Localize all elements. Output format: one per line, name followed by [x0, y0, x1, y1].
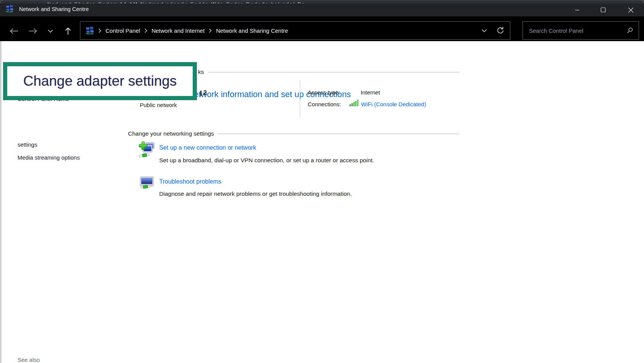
search-input[interactable]: [528, 27, 623, 34]
section-separator-line: [218, 134, 459, 134]
access-type-value: Internet: [361, 89, 380, 96]
access-type-label: Access type:: [308, 89, 340, 96]
breadcrumb-chevron-icon[interactable]: [144, 28, 147, 33]
refresh-icon[interactable]: [496, 26, 505, 35]
network-sharing-centre-window: Ned and Shedro Cedew 14 AM Nedwod adapde…: [0, 0, 644, 363]
active-networks-section-header: ks: [198, 69, 459, 75]
sidebar-item-advanced-sharing-settings-fragment[interactable]: settings: [18, 141, 37, 148]
see-also-heading: See also: [18, 357, 40, 363]
network-type-label: Public network: [140, 102, 177, 108]
network-name-fragment: 2: [203, 90, 207, 96]
title-bar: Network and Sharing Centre: [0, 3, 644, 16]
recent-pages-chevron-icon[interactable]: [48, 29, 53, 33]
setup-connection-icon: [138, 141, 155, 160]
wifi-connection-link[interactable]: WiFi (Console Dedicated): [361, 101, 426, 107]
network-app-icon: [6, 5, 14, 14]
address-dropdown-chevron-icon[interactable]: [481, 29, 487, 32]
connections-label: Connections:: [308, 101, 341, 107]
minimize-button[interactable]: [565, 3, 589, 16]
glitch-artifact: Ned and Shedro Cedew 14 AM Nedwod adapde…: [47, 0, 306, 3]
magnifier-callout-change-adapter-settings[interactable]: Change adapter settings: [3, 62, 197, 100]
networking-settings-label: Change your networking settings: [128, 130, 214, 137]
search-box[interactable]: [523, 21, 639, 40]
occluded-text-sliver: [200, 91, 201, 96]
callout-label[interactable]: Change adapter settings: [23, 73, 177, 89]
breadcrumb-network-and-sharing-centre[interactable]: Network and Sharing Centre: [216, 27, 288, 34]
maximize-button[interactable]: [591, 3, 615, 16]
breadcrumb-chevron-icon[interactable]: [98, 28, 101, 33]
setup-connection-description: Set up a broadband, dial-up or VPN conne…: [159, 157, 374, 164]
up-button[interactable]: [65, 27, 71, 35]
network-location-icon: [86, 27, 94, 34]
troubleshoot-description: Diagnose and repair network problems or …: [159, 190, 352, 197]
sidebar-item-media-streaming-options[interactable]: Media streaming options: [18, 154, 80, 161]
forward-button[interactable]: [28, 28, 38, 34]
window-title: Network and Sharing Centre: [19, 6, 89, 12]
network-details-divider: [300, 80, 300, 117]
section-separator-line: [208, 72, 460, 72]
close-button[interactable]: [617, 3, 644, 16]
breadcrumb-chevron-icon[interactable]: [209, 28, 212, 33]
networking-settings-section-header: Change your networking settings: [128, 130, 459, 137]
window-left-edge: [0, 41, 2, 363]
window-top-edge: Ned and Shedro Cedew 14 AM Nedwod adapde…: [0, 0, 644, 3]
back-button[interactable]: [9, 28, 19, 34]
active-networks-label-fragment: ks: [198, 69, 204, 75]
breadcrumb-control-panel[interactable]: Control Panel: [105, 27, 140, 34]
search-icon[interactable]: [626, 27, 633, 34]
breadcrumb-network-and-internet[interactable]: Network and Internet: [152, 27, 205, 34]
address-bar[interactable]: Control Panel Network and Internet Netwo…: [80, 21, 510, 40]
setup-connection-link[interactable]: Set up a new connection or network: [159, 144, 256, 151]
wifi-signal-icon: [350, 100, 359, 108]
navigation-bar: Control Panel Network and Internet Netwo…: [0, 16, 644, 41]
troubleshoot-icon: [140, 176, 154, 190]
troubleshoot-link[interactable]: Troubleshoot problems: [159, 178, 221, 185]
